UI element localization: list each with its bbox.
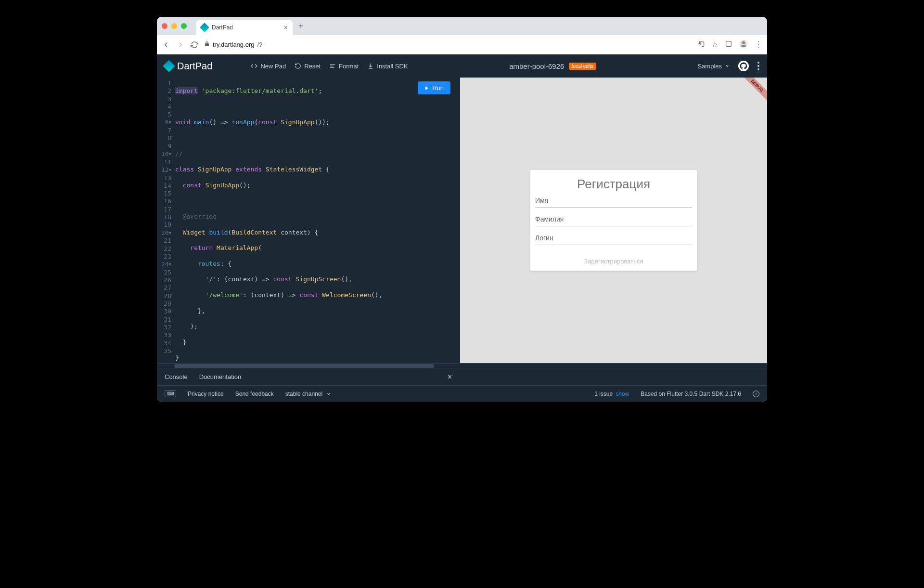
chevron-down-icon <box>326 392 331 396</box>
browser-tab-bar: DartPad × + <box>157 17 767 35</box>
close-window-button[interactable] <box>162 23 167 29</box>
header-center: amber-pool-6926 local edits <box>408 62 698 70</box>
editor-horizontal-scrollbar[interactable] <box>157 363 767 368</box>
field-label-name: Имя <box>535 196 692 204</box>
maximize-window-button[interactable] <box>181 23 187 29</box>
debug-badge <box>743 78 767 102</box>
feedback-link[interactable]: Send feedback <box>235 391 274 397</box>
info-icon[interactable]: i <box>753 391 759 397</box>
extension-icon[interactable] <box>725 40 732 50</box>
browser-window: DartPad × + try.dartlang.org/? ☆ <box>157 17 767 402</box>
field-surname[interactable]: Фамилия <box>530 215 697 234</box>
new-pad-button[interactable]: New Pad <box>251 63 286 70</box>
header-right: Samples <box>697 61 759 71</box>
svg-point-2 <box>742 41 745 44</box>
footer: ⌨ Privacy notice Send feedback stable ch… <box>157 385 767 402</box>
show-issues-link[interactable]: show <box>616 391 629 397</box>
input-underline <box>535 245 692 245</box>
install-sdk-button[interactable]: Install SDK <box>367 63 408 70</box>
lock-icon <box>204 41 210 48</box>
profile-icon[interactable] <box>739 39 748 50</box>
input-underline <box>535 226 692 226</box>
minimize-window-button[interactable] <box>171 23 177 29</box>
star-icon[interactable]: ☆ <box>711 40 718 49</box>
dartpad-header: DartPad New Pad Reset Format Install SDK… <box>157 54 767 78</box>
field-name[interactable]: Имя <box>530 196 697 215</box>
console-tab[interactable]: Console <box>165 373 188 380</box>
field-label-login: Логин <box>535 234 692 242</box>
github-icon[interactable] <box>738 61 749 71</box>
preview-pane: Регистрация Имя Фамилия Логин Зарегистри… <box>460 78 767 363</box>
app-name: DartPad <box>177 61 212 72</box>
editor-pane: 12345 6▼789 10▼1112▼13141516171819 20▼21… <box>157 78 460 363</box>
window-controls <box>162 23 187 29</box>
issue-count: 1 issue <box>594 391 613 397</box>
address-bar: try.dartlang.org/? ☆ ⋮ <box>157 35 767 54</box>
field-label-surname: Фамилия <box>535 215 692 223</box>
reset-button[interactable]: Reset <box>295 63 321 70</box>
line-gutter: 12345 6▼789 10▼1112▼13141516171819 20▼21… <box>157 78 174 363</box>
input-underline <box>535 207 692 208</box>
url-path: /? <box>257 41 262 48</box>
run-button[interactable]: Run <box>418 81 450 94</box>
play-icon <box>424 86 429 91</box>
project-name[interactable]: amber-pool-6926 <box>509 62 564 70</box>
share-icon[interactable] <box>697 40 705 50</box>
addr-icons: ☆ ⋮ <box>697 39 762 50</box>
more-menu-icon[interactable] <box>757 62 759 70</box>
main-area: 12345 6▼789 10▼1112▼13141516171819 20▼21… <box>157 78 767 363</box>
signup-submit-button[interactable]: Зарегистрироваться <box>530 253 697 271</box>
keyboard-icon[interactable]: ⌨ <box>165 390 176 397</box>
close-tab-icon[interactable]: × <box>284 24 288 31</box>
dart-logo-icon <box>163 60 175 72</box>
bottom-panel-tabs: Console Documentation × <box>157 368 767 385</box>
browser-tab[interactable]: DartPad × <box>196 20 293 35</box>
format-button[interactable]: Format <box>329 63 359 70</box>
chrome-menu-icon[interactable]: ⋮ <box>755 40 762 49</box>
svg-rect-0 <box>726 41 732 46</box>
new-tab-button[interactable]: + <box>298 21 304 31</box>
privacy-link[interactable]: Privacy notice <box>188 391 224 397</box>
dartpad-logo[interactable]: DartPad <box>165 61 212 72</box>
back-button[interactable] <box>162 40 170 49</box>
forward-button[interactable] <box>176 40 185 49</box>
close-panel-icon[interactable]: × <box>448 373 452 381</box>
tab-title: DartPad <box>212 24 280 31</box>
documentation-tab[interactable]: Documentation <box>199 373 241 380</box>
reload-button[interactable] <box>191 41 198 49</box>
signup-card: Регистрация Имя Фамилия Логин Зарегистри… <box>530 170 697 271</box>
chevron-down-icon <box>725 64 730 68</box>
channel-dropdown[interactable]: stable channel <box>285 391 331 397</box>
url-field[interactable]: try.dartlang.org/? <box>204 41 691 48</box>
local-edits-badge: local edits <box>569 63 596 70</box>
code-editor[interactable]: import 'package:flutter/material.dart'; … <box>174 78 457 363</box>
sdk-version: Based on Flutter 3.0.5 Dart SDK 2.17.6 <box>641 391 741 397</box>
card-title: Регистрация <box>530 170 697 196</box>
field-login[interactable]: Логин <box>530 234 697 253</box>
header-actions: New Pad Reset Format Install SDK <box>251 63 408 70</box>
tab-favicon <box>200 23 209 32</box>
samples-dropdown[interactable]: Samples <box>697 63 730 70</box>
url-host: try.dartlang.org <box>213 41 254 48</box>
